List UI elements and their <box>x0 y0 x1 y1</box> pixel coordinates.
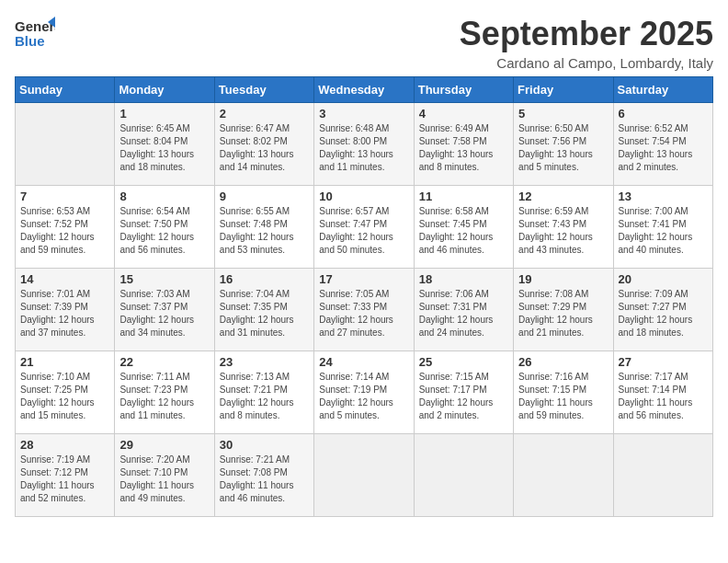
day-number: 11 <box>419 190 508 203</box>
day-number: 9 <box>220 190 309 203</box>
day-number: 29 <box>119 438 209 452</box>
calendar-cell: 4Sunrise: 6:49 AMSunset: 7:58 PMDaylight… <box>414 103 513 186</box>
day-number: 8 <box>119 190 209 203</box>
calendar-cell: 11Sunrise: 6:58 AMSunset: 7:45 PMDayligh… <box>414 186 513 269</box>
calendar-week-row: 1Sunrise: 6:45 AMSunset: 8:04 PMDaylight… <box>16 103 713 186</box>
day-number: 20 <box>619 272 708 286</box>
day-number: 10 <box>319 190 408 203</box>
calendar-table: SundayMondayTuesdayWednesdayThursdayFrid… <box>15 76 713 517</box>
day-number: 14 <box>20 272 109 286</box>
calendar-cell: 3Sunrise: 6:48 AMSunset: 8:00 PMDaylight… <box>314 103 414 186</box>
calendar-week-row: 7Sunrise: 6:53 AMSunset: 7:52 PMDaylight… <box>16 186 713 269</box>
day-info: Sunrise: 7:20 AMSunset: 7:10 PMDaylight:… <box>119 454 209 505</box>
calendar-cell: 20Sunrise: 7:09 AMSunset: 7:27 PMDayligh… <box>613 269 712 351</box>
day-info: Sunrise: 7:19 AMSunset: 7:12 PMDaylight:… <box>20 454 109 505</box>
day-info: Sunrise: 6:53 AMSunset: 7:52 PMDaylight:… <box>20 205 109 257</box>
day-info: Sunrise: 7:10 AMSunset: 7:25 PMDaylight:… <box>20 371 109 422</box>
calendar-cell: 6Sunrise: 6:52 AMSunset: 7:54 PMDaylight… <box>613 103 712 186</box>
day-number: 6 <box>619 107 708 121</box>
calendar-cell: 13Sunrise: 7:00 AMSunset: 7:41 PMDayligh… <box>613 186 712 269</box>
day-number: 5 <box>518 107 608 121</box>
calendar-cell: 17Sunrise: 7:05 AMSunset: 7:33 PMDayligh… <box>314 269 414 351</box>
day-number: 13 <box>619 190 708 203</box>
logo: General Blue <box>15 15 55 50</box>
calendar-cell: 18Sunrise: 7:06 AMSunset: 7:31 PMDayligh… <box>414 269 513 351</box>
calendar-week-row: 21Sunrise: 7:10 AMSunset: 7:25 PMDayligh… <box>16 351 713 434</box>
calendar-cell: 21Sunrise: 7:10 AMSunset: 7:25 PMDayligh… <box>16 351 115 434</box>
calendar-cell: 25Sunrise: 7:15 AMSunset: 7:17 PMDayligh… <box>414 351 513 434</box>
day-info: Sunrise: 7:17 AMSunset: 7:14 PMDaylight:… <box>619 371 708 422</box>
calendar-body: 1Sunrise: 6:45 AMSunset: 8:04 PMDaylight… <box>16 103 713 517</box>
header-day-wednesday: Wednesday <box>314 77 414 103</box>
calendar-cell: 15Sunrise: 7:03 AMSunset: 7:37 PMDayligh… <box>115 269 214 351</box>
header-day-sunday: Sunday <box>16 77 115 103</box>
location-subtitle: Cardano al Campo, Lombardy, Italy <box>460 55 713 71</box>
day-info: Sunrise: 6:45 AMSunset: 8:04 PMDaylight:… <box>119 122 209 174</box>
day-number: 2 <box>220 107 309 121</box>
calendar-cell: 2Sunrise: 6:47 AMSunset: 8:02 PMDaylight… <box>214 103 313 186</box>
day-info: Sunrise: 6:55 AMSunset: 7:48 PMDaylight:… <box>220 205 309 257</box>
svg-text:Blue: Blue <box>15 33 45 49</box>
day-number: 17 <box>319 272 408 286</box>
day-number: 4 <box>419 107 508 121</box>
calendar-cell <box>514 434 613 517</box>
day-info: Sunrise: 7:01 AMSunset: 7:39 PMDaylight:… <box>20 288 109 339</box>
calendar-cell: 19Sunrise: 7:08 AMSunset: 7:29 PMDayligh… <box>514 269 613 351</box>
svg-text:General: General <box>15 18 55 34</box>
calendar-cell: 1Sunrise: 6:45 AMSunset: 8:04 PMDaylight… <box>115 103 214 186</box>
calendar-cell: 16Sunrise: 7:04 AMSunset: 7:35 PMDayligh… <box>214 269 313 351</box>
day-number: 21 <box>20 355 109 369</box>
day-info: Sunrise: 7:03 AMSunset: 7:37 PMDaylight:… <box>119 288 209 339</box>
day-info: Sunrise: 7:16 AMSunset: 7:15 PMDaylight:… <box>518 371 608 422</box>
calendar-cell <box>613 434 712 517</box>
calendar-cell: 7Sunrise: 6:53 AMSunset: 7:52 PMDaylight… <box>16 186 115 269</box>
calendar-cell: 29Sunrise: 7:20 AMSunset: 7:10 PMDayligh… <box>115 434 214 517</box>
day-number: 27 <box>619 355 708 369</box>
calendar-week-row: 28Sunrise: 7:19 AMSunset: 7:12 PMDayligh… <box>16 434 713 517</box>
calendar-cell: 30Sunrise: 7:21 AMSunset: 7:08 PMDayligh… <box>214 434 313 517</box>
calendar-header-row: SundayMondayTuesdayWednesdayThursdayFrid… <box>16 77 713 103</box>
day-number: 23 <box>220 355 309 369</box>
day-info: Sunrise: 7:21 AMSunset: 7:08 PMDaylight:… <box>220 454 309 505</box>
day-number: 7 <box>20 190 109 203</box>
day-info: Sunrise: 7:14 AMSunset: 7:19 PMDaylight:… <box>319 371 408 422</box>
day-info: Sunrise: 7:13 AMSunset: 7:21 PMDaylight:… <box>220 371 309 422</box>
day-number: 18 <box>419 272 508 286</box>
calendar-cell <box>414 434 513 517</box>
calendar-cell: 12Sunrise: 6:59 AMSunset: 7:43 PMDayligh… <box>514 186 613 269</box>
day-info: Sunrise: 6:57 AMSunset: 7:47 PMDaylight:… <box>319 205 408 257</box>
day-info: Sunrise: 7:00 AMSunset: 7:41 PMDaylight:… <box>619 205 708 257</box>
day-number: 1 <box>119 107 209 121</box>
day-number: 16 <box>220 272 309 286</box>
header-day-saturday: Saturday <box>613 77 712 103</box>
calendar-cell: 14Sunrise: 7:01 AMSunset: 7:39 PMDayligh… <box>16 269 115 351</box>
day-info: Sunrise: 7:11 AMSunset: 7:23 PMDaylight:… <box>119 371 209 422</box>
calendar-cell: 24Sunrise: 7:14 AMSunset: 7:19 PMDayligh… <box>314 351 414 434</box>
day-number: 22 <box>119 355 209 369</box>
calendar-cell: 23Sunrise: 7:13 AMSunset: 7:21 PMDayligh… <box>214 351 313 434</box>
calendar-week-row: 14Sunrise: 7:01 AMSunset: 7:39 PMDayligh… <box>16 269 713 351</box>
calendar-cell: 5Sunrise: 6:50 AMSunset: 7:56 PMDaylight… <box>514 103 613 186</box>
day-info: Sunrise: 6:50 AMSunset: 7:56 PMDaylight:… <box>518 122 608 174</box>
day-number: 25 <box>419 355 508 369</box>
day-info: Sunrise: 6:52 AMSunset: 7:54 PMDaylight:… <box>619 122 708 174</box>
day-info: Sunrise: 6:58 AMSunset: 7:45 PMDaylight:… <box>419 205 508 257</box>
header-day-tuesday: Tuesday <box>214 77 313 103</box>
calendar-cell: 22Sunrise: 7:11 AMSunset: 7:23 PMDayligh… <box>115 351 214 434</box>
header-day-friday: Friday <box>514 77 613 103</box>
calendar-cell <box>314 434 414 517</box>
day-number: 24 <box>319 355 408 369</box>
calendar-cell: 27Sunrise: 7:17 AMSunset: 7:14 PMDayligh… <box>613 351 712 434</box>
day-info: Sunrise: 7:15 AMSunset: 7:17 PMDaylight:… <box>419 371 508 422</box>
day-number: 12 <box>518 190 608 203</box>
day-info: Sunrise: 7:04 AMSunset: 7:35 PMDaylight:… <box>220 288 309 339</box>
day-number: 19 <box>518 272 608 286</box>
page-header: General Blue September 2025 Cardano al C… <box>15 15 713 71</box>
header-day-monday: Monday <box>115 77 214 103</box>
calendar-cell: 10Sunrise: 6:57 AMSunset: 7:47 PMDayligh… <box>314 186 414 269</box>
day-info: Sunrise: 7:09 AMSunset: 7:27 PMDaylight:… <box>619 288 708 339</box>
day-info: Sunrise: 6:59 AMSunset: 7:43 PMDaylight:… <box>518 205 608 257</box>
calendar-cell <box>16 103 115 186</box>
title-block: September 2025 Cardano al Campo, Lombard… <box>460 15 713 71</box>
logo-icon: General Blue <box>15 15 55 50</box>
